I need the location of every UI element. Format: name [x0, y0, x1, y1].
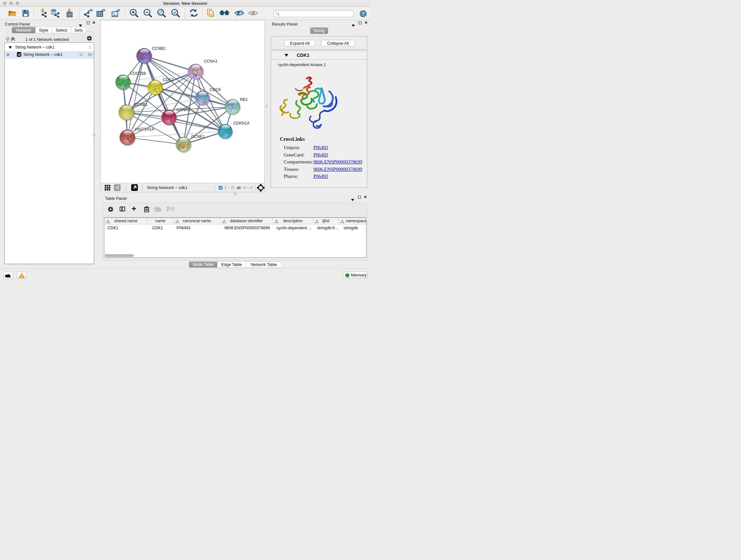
svg-text:CCNA2: CCNA2 — [177, 108, 190, 112]
svg-text:CCNB2: CCNB2 — [152, 46, 165, 51]
svg-text:CDC25B: CDC25B — [130, 71, 146, 76]
svg-text:CDK1: CDK1 — [163, 78, 174, 82]
svg-text:RB1: RB1 — [240, 98, 248, 102]
svg-text:CDC6: CDC6 — [210, 87, 220, 92]
svg-text:CCNA1: CCNA1 — [204, 59, 218, 64]
svg-text:CDKN1A: CDKN1A — [233, 121, 250, 125]
svg-text:CCNE1: CCNE1 — [191, 134, 205, 139]
svg-text:CCNB1: CCNB1 — [134, 103, 148, 107]
svg-text:HIST1H1A: HIST1H1A — [135, 127, 154, 132]
